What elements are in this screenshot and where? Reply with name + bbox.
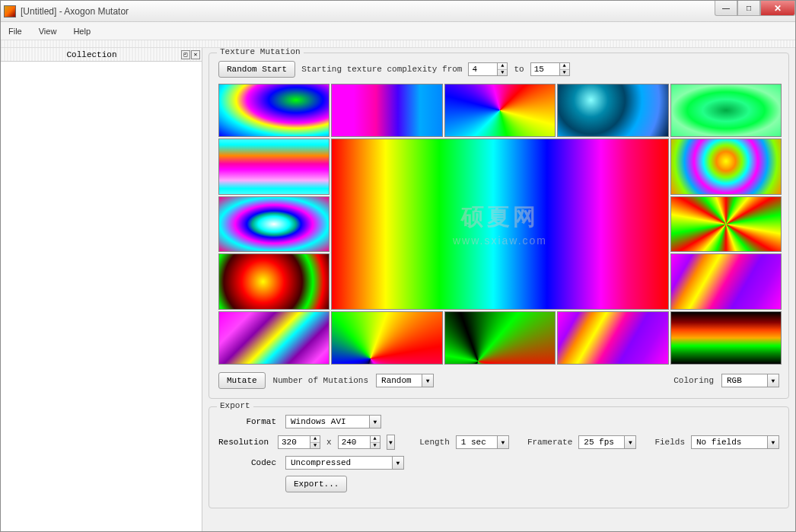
- chevron-down-icon[interactable]: ▼: [767, 435, 779, 449]
- body-area: Collection ◰ ✕ Texture Mutation Random S…: [1, 48, 795, 531]
- complexity-to-spinner[interactable]: ▲▼: [530, 62, 570, 76]
- fields-label: Fields: [654, 438, 685, 447]
- texture-center[interactable]: 硕夏网 www.sxiaw.com: [331, 139, 669, 310]
- collection-panel-header: Collection ◰ ✕: [1, 48, 202, 62]
- panel-undock-button[interactable]: ◰: [181, 50, 190, 59]
- framerate-select[interactable]: ▼: [578, 435, 636, 449]
- res-width-input[interactable]: [278, 435, 310, 449]
- minimize-button[interactable]: —: [715, 1, 737, 16]
- framerate-value[interactable]: [578, 435, 624, 449]
- coloring-label: Coloring: [673, 376, 714, 385]
- texture-thumb[interactable]: [670, 253, 782, 310]
- close-button[interactable]: ✕: [760, 1, 795, 16]
- length-label: Length: [419, 438, 450, 447]
- framerate-label: Framerate: [527, 438, 572, 447]
- texture-thumb[interactable]: [670, 196, 782, 253]
- menubar: File View Help: [1, 22, 795, 40]
- chevron-down-icon[interactable]: ▼: [369, 415, 381, 428]
- res-width-spinner[interactable]: ▲▼: [278, 435, 320, 449]
- chevron-down-icon[interactable]: ▼: [392, 456, 404, 470]
- num-mutations-select[interactable]: ▼: [376, 374, 434, 387]
- length-value[interactable]: [456, 435, 497, 449]
- fields-select[interactable]: ▼: [691, 435, 779, 449]
- main-area: Texture Mutation Random Start Starting t…: [202, 48, 795, 531]
- texture-thumb[interactable]: [331, 311, 442, 365]
- texture-thumb[interactable]: [670, 84, 782, 137]
- texture-thumb[interactable]: [218, 311, 330, 365]
- window-buttons: — □ ✕: [715, 1, 795, 16]
- texture-thumb[interactable]: [557, 84, 668, 137]
- toolbar-strip: [1, 40, 795, 48]
- window-title: [Untitled] - Axogon Mutator: [21, 6, 792, 17]
- texture-grid: 硕夏网 www.sxiaw.com: [218, 84, 782, 365]
- export-title: Export: [217, 401, 253, 410]
- res-w-down[interactable]: ▼: [310, 443, 320, 449]
- panel-close-button[interactable]: ✕: [191, 50, 200, 59]
- collection-body[interactable]: [1, 62, 202, 531]
- chevron-down-icon[interactable]: ▼: [767, 374, 779, 387]
- num-mutations-label: Number of Mutations: [273, 376, 368, 385]
- num-mutations-value[interactable]: [376, 374, 422, 387]
- res-height-input[interactable]: [338, 435, 370, 449]
- sidebar: Collection ◰ ✕: [1, 48, 202, 531]
- texture-thumb[interactable]: [331, 84, 442, 137]
- texture-thumb[interactable]: [557, 311, 668, 365]
- texture-thumb[interactable]: [444, 311, 556, 365]
- res-x: x: [326, 438, 332, 447]
- mutate-button[interactable]: Mutate: [218, 372, 266, 389]
- codec-label: Codec: [218, 458, 276, 467]
- complexity-to-down[interactable]: ▼: [560, 70, 569, 76]
- app-icon: [4, 5, 16, 18]
- format-select[interactable]: ▼: [285, 415, 381, 428]
- export-group: Export Format ▼ Resolution ▲▼ x: [209, 406, 789, 508]
- resolution-label: Resolution: [218, 438, 269, 447]
- watermark-sub: www.sxiaw.com: [453, 234, 547, 247]
- chevron-down-icon[interactable]: ▼: [624, 435, 636, 449]
- texture-thumb[interactable]: [218, 196, 330, 253]
- texture-thumb[interactable]: [218, 84, 330, 137]
- res-height-spinner[interactable]: ▲▼: [338, 435, 380, 449]
- chevron-down-icon[interactable]: ▼: [497, 435, 509, 449]
- complexity-to-input[interactable]: [530, 62, 559, 76]
- chevron-down-icon[interactable]: ▼: [422, 374, 434, 387]
- texture-thumb[interactable]: [218, 139, 330, 195]
- length-select[interactable]: ▼: [456, 435, 509, 449]
- coloring-value[interactable]: [721, 374, 767, 387]
- complexity-from-spinner[interactable]: ▲▼: [468, 62, 508, 76]
- maximize-button[interactable]: □: [737, 1, 760, 16]
- menu-view[interactable]: View: [36, 25, 60, 37]
- res-h-down[interactable]: ▼: [371, 443, 380, 449]
- texture-thumb[interactable]: [670, 139, 782, 195]
- resolution-preset-button[interactable]: ▼: [387, 435, 395, 450]
- format-label: Format: [218, 417, 276, 426]
- texture-thumb[interactable]: [670, 311, 782, 365]
- texture-thumb[interactable]: [444, 84, 556, 137]
- fields-value[interactable]: [691, 435, 767, 449]
- collection-title: Collection: [66, 50, 116, 59]
- texture-mutation-group: Texture Mutation Random Start Starting t…: [209, 53, 789, 399]
- complexity-from-input[interactable]: [468, 62, 497, 76]
- to-label: to: [514, 65, 524, 74]
- export-button[interactable]: Export...: [285, 476, 347, 492]
- app-window: [Untitled] - Axogon Mutator — □ ✕ File V…: [0, 0, 796, 532]
- texture-mutation-title: Texture Mutation: [217, 48, 304, 56]
- watermark-main: 硕夏网: [453, 202, 547, 233]
- texture-thumb[interactable]: [218, 253, 330, 310]
- menu-help[interactable]: Help: [70, 25, 94, 37]
- titlebar[interactable]: [Untitled] - Axogon Mutator — □ ✕: [1, 1, 795, 22]
- codec-select[interactable]: ▼: [285, 456, 404, 470]
- format-value[interactable]: [285, 415, 369, 428]
- watermark: 硕夏网 www.sxiaw.com: [453, 202, 547, 247]
- complexity-label: Starting texture complexity from: [301, 65, 462, 74]
- menu-file[interactable]: File: [5, 25, 25, 37]
- codec-value[interactable]: [285, 456, 392, 470]
- complexity-from-down[interactable]: ▼: [498, 70, 507, 76]
- coloring-select[interactable]: ▼: [721, 374, 779, 387]
- random-start-button[interactable]: Random Start: [218, 61, 295, 78]
